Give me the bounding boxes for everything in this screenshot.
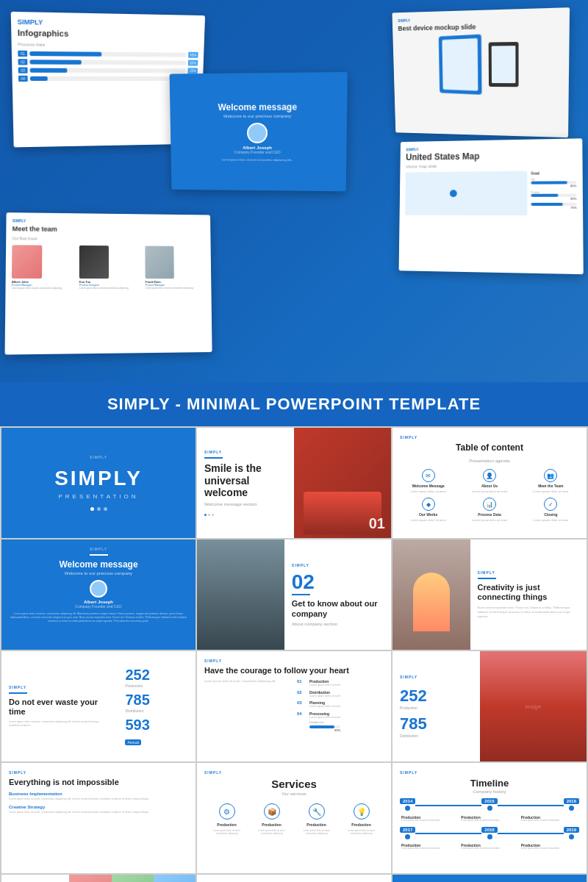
waste-numbers: 252 Production 785 Distribution 593 Annu… (118, 651, 196, 761)
smile-fdot-2 (208, 514, 210, 516)
everything-title: Everything is not impossible (9, 778, 188, 787)
smile-subtitle: Welcome message section (204, 502, 287, 506)
timeline-items-2: Production Lorem ipsum dolor sit amet co… (400, 843, 579, 850)
bar-fill-2 (29, 60, 81, 65)
toc-desc-1: Lorem ipsum dolor sit amet (411, 490, 446, 493)
simply-logo: SIMPLY (54, 467, 143, 490)
bridge-placeholder: bridge (525, 703, 541, 710)
welcome-avatar (90, 580, 107, 598)
stats-label: SIMPLY (400, 675, 473, 679)
slides-grid-row3: SIMPLY Do not ever waste your time Lorem… (0, 651, 588, 763)
smile-label: SIMPLY (204, 450, 287, 454)
slide-timeline: SIMPLY Timeline Company history 2014 201… (392, 763, 587, 873)
hero-team-member-3: Frank Klein Product Manager Lorem ipsum … (145, 246, 205, 290)
creativity-accent (478, 578, 496, 579)
toc-icon-5: 📊 (483, 498, 496, 511)
slide-collage: SIMPLY Infographics Process data 01 45% … (0, 0, 588, 382)
gettoknow-text: SIMPLY 02 Get to know about our company … (284, 539, 391, 650)
service-icon-4: 💡 (354, 803, 370, 820)
stat-label-1: Production (400, 706, 473, 710)
welcome-text: Lorem ipsum dolor sit amet, consectetur … (9, 612, 188, 623)
toc-label-1: Welcome Message (412, 484, 444, 488)
bar-fill-4 (30, 76, 48, 81)
welcome-role: Company Founder and CEO (75, 604, 121, 609)
service-name-3: Production (306, 822, 326, 827)
everything-section-1: Business Implementation Lorem ipsum dolo… (9, 792, 188, 801)
slide-welcome: SIMPLY Welcome message Welcome to our pr… (1, 539, 196, 650)
timeline-node-2015: 2015 (481, 798, 497, 812)
simply-dot-1 (90, 507, 94, 511)
simply-sub: PRESENTATION (58, 493, 138, 500)
hero-welcome-slide: Welcome message Welcome to our precious … (170, 72, 348, 191)
welcome-subtitle: Welcome to our precious company (65, 571, 132, 576)
slide-03-text: SIMPLY 03 (1, 875, 69, 882)
smile-accent (204, 457, 223, 459)
slides-grid-row4: SIMPLY Everything is not impossible Busi… (0, 763, 588, 875)
welcome-label: SIMPLY (90, 547, 107, 551)
hero-avatar-3 (145, 246, 173, 279)
hero-section: SIMPLY Infographics Process data 01 45% … (0, 0, 588, 382)
courage-items: 01 Production Lorem ipsum dolor sit amet… (297, 679, 384, 732)
hero-desc-2: Lorem ipsum dolor sit amet consectetur a… (79, 287, 141, 290)
courage-item-content-2: Distribution Lorem ipsum dolor sit amet (309, 690, 340, 698)
bar-pct-3: 23% (187, 68, 198, 74)
toc-item-2: 👤 About Us Lorem ipsum dolor sit amet (461, 469, 517, 493)
courage-item-desc-2: Lorem ipsum dolor sit amet (309, 695, 340, 698)
gettoknow-num: 02 (292, 570, 384, 594)
toc-item-5: 📊 Process Data Lorem ipsum dolor sit ame… (461, 498, 517, 522)
slide-courage: SIMPLY Have the courage to follow your h… (197, 651, 391, 761)
service-desc-4: Lorem ipsum dolor sit amet consectetur a… (343, 830, 380, 836)
dot-3 (32, 89, 36, 93)
slides-grid-row5: SIMPLY 03 SIMPLY Meet the team Our best … (0, 875, 588, 882)
waste-num-label-2: Distribution (125, 709, 188, 713)
timeline-item-2016: Production Lorem ipsum dolor sit amet co… (520, 815, 579, 822)
toc-desc-2: Lorem ipsum dolor sit amet (472, 490, 507, 493)
courage-item-num-2: 02 (297, 690, 307, 695)
creativity-title: Creativity is just connecting things (478, 583, 579, 602)
timeline-year-2019: 2019 (564, 827, 579, 833)
timeline-dot-2017 (405, 834, 410, 839)
timeline-node-2016: 2016 (564, 798, 579, 812)
slide-employee: SIMPLY Employee of the Month Lorem ipsum… (392, 875, 587, 882)
everything-label: SIMPLY (9, 770, 188, 775)
slide-03-img-2 (112, 875, 154, 882)
bar-label-1: 01 (18, 51, 27, 57)
slide-03-img-1 (69, 875, 111, 882)
timeline-item-2015: Production Lorem ipsum dolor sit amet co… (459, 815, 519, 822)
waste-num-1: 252 (125, 667, 188, 684)
toc-grid: ✉ Welcome Message Lorem ipsum dolor sit … (400, 469, 579, 522)
simply-label: SIMPLY (90, 455, 107, 459)
simply-dot-3 (104, 507, 107, 511)
timeline-line-1 (415, 805, 481, 806)
bar-row-1: 01 45% (18, 51, 198, 58)
stats-left: SIMPLY 252 Production 785 Distribution (392, 651, 480, 761)
everything-section-title-2: Creative Strategy (9, 805, 188, 809)
toc-label-3: Meet the Team (538, 484, 563, 488)
courage-item-4: 04 Processing Lorem ipsum dolor sit amet… (297, 711, 384, 733)
creativity-image (392, 539, 470, 650)
slide-services: SIMPLY Services Our services ⚙ Productio… (197, 763, 391, 873)
toc-icon-3: 👥 (544, 469, 557, 482)
service-name-2: Production (262, 822, 281, 827)
welcome-person: Albert Joseph Company Founder and CEO (75, 580, 121, 609)
courage-item-content-3: Planning Lorem ipsum dolor sit amet (309, 700, 340, 709)
timeline-bar: 2014 2015 2016 (400, 798, 579, 812)
hero-meetteam-slide: SIMPLY Meet the team Our Best Asset Albe… (5, 212, 212, 354)
courage-item-desc-1: Lorem ipsum dolor sit amet (309, 684, 340, 687)
slide-03: SIMPLY 03 (1, 875, 196, 882)
waste-num-3: 593 (125, 717, 188, 734)
timeline-line-3 (415, 833, 481, 834)
bar-label-4: 04 (18, 76, 28, 82)
everything-section-title-1: Business Implementation (9, 792, 188, 796)
toc-desc-5: Lorem ipsum dolor sit amet (472, 518, 507, 522)
timeline-dot-2016 (569, 806, 574, 811)
courage-label: SIMPLY (204, 659, 384, 663)
welcome-title: Welcome message (59, 559, 137, 570)
timeline-item-2017: Production Lorem ipsum dolor sit amet co… (400, 843, 459, 850)
toc-item-4: ◆ Our Works Lorem ipsum dolor sit amet (400, 498, 456, 522)
service-icon-2: 📦 (264, 803, 280, 820)
waste-label: SIMPLY (9, 685, 110, 689)
waste-num-label-1: Production (125, 684, 188, 688)
slide-everything: SIMPLY Everything is not impossible Busi… (1, 763, 196, 873)
timeline-item-desc-2018: Lorem ipsum dolor sit amet consectetur (461, 847, 517, 850)
